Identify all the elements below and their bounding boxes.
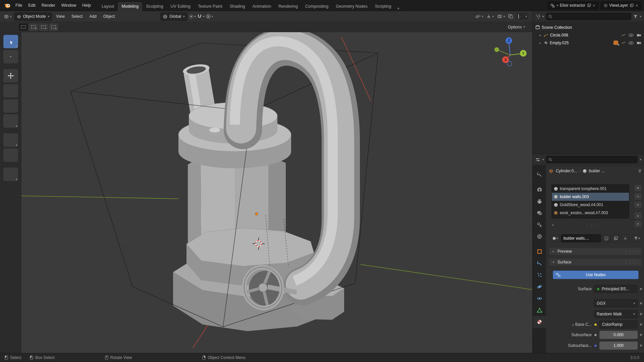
filter-icon[interactable] [633,14,638,19]
subsurface2-slider[interactable]: 1.000 [599,342,638,350]
navigation-gizmo[interactable]: Z Y X [489,34,531,76]
add-cube-tool[interactable] [3,168,18,181]
add-workspace-button[interactable]: + [395,6,401,11]
select-mode-extend-button[interactable]: + [29,23,38,31]
tab-world[interactable] [533,231,546,242]
tab-particles[interactable] [533,269,546,281]
animate-dot-icon[interactable] [640,313,642,315]
preview-panel-header[interactable]: ▸ Preview ⋮⋮⋮⋮ [549,247,642,255]
transform-orientation-dropdown[interactable]: Global ▾ [160,12,187,21]
breadcrumb-object[interactable]: Cylinder.0... [556,169,577,173]
measure-tool[interactable] [3,148,18,162]
copy-view-layer-icon[interactable] [630,3,634,7]
unlink-scene-icon[interactable]: × [593,3,595,8]
tab-object-data[interactable] [533,304,546,316]
transform-tool[interactable] [3,114,18,128]
material-slot-specials-button[interactable]: ▾ [634,201,642,208]
breadcrumb-material[interactable]: bulder ... [589,169,605,173]
tab-modifiers[interactable] [533,257,546,269]
tab-uv-editing[interactable]: UV Editing [167,2,194,11]
tab-compositing[interactable]: Compositing [302,2,332,11]
pivot-point-dropdown[interactable]: ▾ [189,14,196,19]
scale-tool[interactable] [3,99,18,113]
subsurface-slider[interactable]: 0.000 [599,331,638,339]
properties-search[interactable] [546,156,638,163]
properties-editor-icon[interactable] [535,157,540,162]
snapping-dropdown[interactable]: ▾ [197,14,205,19]
material-name-field[interactable]: bulder walls.... [561,234,601,242]
grip-handle[interactable]: ⋮⋮⋮⋮ [624,250,639,253]
remove-view-layer-icon[interactable]: × [635,3,638,8]
cursor-tool[interactable] [3,50,18,63]
xray-toggle[interactable] [508,14,513,19]
menu-window[interactable]: Window [58,0,79,11]
gizmo-axis-z-negative[interactable] [507,61,512,66]
outliner-editor-icon[interactable] [535,14,540,19]
tab-output[interactable] [533,195,546,207]
move-tool[interactable] [3,69,18,82]
animate-dot-icon[interactable] [640,323,642,325]
menu-file[interactable]: File [12,0,25,11]
tab-geometry-nodes[interactable]: Geometry Nodes [332,2,371,11]
tab-object[interactable] [533,246,546,257]
animate-dot-icon[interactable] [640,345,642,347]
scene-selector[interactable]: ▾ Elixir extractor × [548,2,598,9]
select-mode-intersect-button[interactable]: ∩ [49,23,58,31]
surface-panel-header[interactable]: ▾ Surface ⋮⋮⋮⋮ [549,258,642,266]
outliner-search-input[interactable] [554,14,629,19]
shading-solid-button[interactable] [520,16,521,17]
expand-icon[interactable]: ▸ [539,34,542,37]
options-dropdown[interactable]: Options ▾ [508,25,529,29]
tab-scripting[interactable]: Scripting [371,2,395,11]
camera-icon[interactable] [637,41,641,45]
unlink-material-button[interactable]: × [621,234,629,242]
shading-material-button[interactable] [522,16,523,17]
object-types-visibility-dropdown[interactable]: ▾ [475,14,483,19]
outliner-row-empty[interactable]: ▸ Empty.025 9 [533,39,644,47]
3d-viewport[interactable]: Z Y X [0,32,532,353]
menu-edit[interactable]: Edit [25,0,39,11]
menu-help[interactable]: Help [79,0,94,11]
viewport-scene[interactable] [0,32,532,353]
material-filter-button[interactable]: ▾ [632,234,642,242]
grip-handle[interactable]: ⋮⋮⋮⋮ [586,223,601,227]
material-slot[interactable]: transparent icosphere.001 [552,185,629,193]
camera-icon[interactable] [637,33,641,37]
tab-view-layer[interactable] [533,207,546,219]
mode-dropdown[interactable]: Object Mode ▾ [14,12,52,21]
expand-icon[interactable]: ▸ [551,223,555,227]
blender-logo-icon[interactable] [4,2,11,9]
tab-shading[interactable]: Shading [226,2,249,11]
shading-rendered-button[interactable] [524,16,524,17]
new-scene-icon[interactable] [587,3,591,7]
select-mode-subtract-button[interactable]: − [39,23,48,31]
grip-handle[interactable]: ⋮⋮⋮⋮ [624,260,639,264]
tab-material[interactable] [533,316,546,328]
remove-material-slot-button[interactable]: − [634,193,642,200]
menu-render[interactable]: Render [39,0,58,11]
tab-animation[interactable]: Animation [249,2,275,11]
outliner-row-scene-collection[interactable]: Scene Collection [533,23,644,31]
fake-user-button[interactable] [602,234,610,242]
eye-icon[interactable] [629,41,634,45]
tab-modeling[interactable]: Modeling [118,2,142,11]
material-slot-selected[interactable]: bulder walls.003 [552,193,629,201]
menu-add[interactable]: Add [87,14,99,19]
view-layer-selector[interactable]: ViewLayer × [601,2,641,9]
menu-view[interactable]: View [53,14,67,19]
material-slot[interactable]: exsir_exstro...wood.#7.003 [552,209,629,217]
outliner-row-circle[interactable]: ▸ Circle.006 [533,31,644,39]
tab-sculpting[interactable]: Sculpting [142,2,167,11]
tab-rendering[interactable]: Rendering [275,2,302,11]
move-slot-up-button[interactable]: ▴ [634,212,642,219]
outliner-search[interactable] [546,13,632,20]
menu-object[interactable]: Object [101,14,118,19]
distribution-dropdown[interactable]: GGX ▾ [594,299,638,307]
use-nodes-button[interactable]: Use Nodes [553,270,639,279]
rotate-tool[interactable] [3,84,18,98]
base-color-node-selector[interactable]: ColorRamp [599,320,638,328]
subsurface-method-dropdown[interactable]: Random Walk ▾ [594,310,638,318]
tab-render[interactable] [533,184,546,195]
animate-dot-icon[interactable] [640,288,642,290]
tab-constraints[interactable] [533,293,546,304]
